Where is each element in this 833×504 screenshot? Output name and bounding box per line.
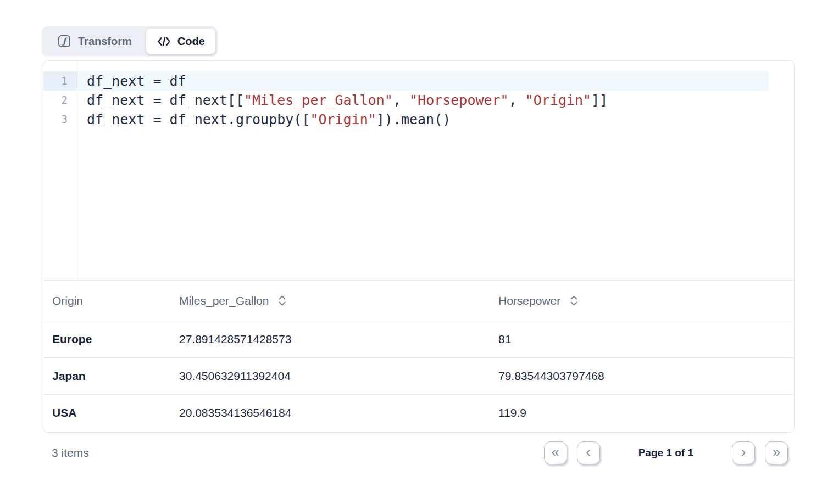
- code-line-3: df_next = df_next.groupby(["Origin"]).me…: [77, 110, 794, 129]
- line-number-gutter: 1 2 3: [43, 61, 77, 280]
- string-token: "Horsepower": [409, 92, 509, 108]
- code-line-2: df_next = df_next[["Miles_per_Gallon", "…: [77, 91, 794, 110]
- code-icon: [157, 35, 171, 48]
- line-number: 3: [43, 110, 77, 129]
- code-line-1: df_next = df: [77, 71, 769, 91]
- column-header-label: Horsepower: [498, 294, 560, 307]
- table-row: Europe 27.891428571428573 81: [43, 321, 794, 357]
- sort-icon[interactable]: [569, 294, 579, 307]
- pagination: « ‹ Page 1 of 1 › »: [544, 441, 788, 464]
- first-page-button[interactable]: «: [544, 441, 567, 464]
- string-token: "Origin": [310, 111, 376, 127]
- tab-code-label: Code: [177, 35, 205, 48]
- cell-origin: Japan: [52, 369, 179, 383]
- items-count: 3 items: [52, 446, 89, 460]
- code-editor[interactable]: 1 2 3 df_next = df df_next = df_next[["M…: [43, 61, 794, 281]
- tab-transform-label: Transform: [78, 35, 132, 48]
- code-token: df_next = df_next[[: [87, 92, 244, 108]
- chevron-left-icon: ‹: [586, 445, 591, 459]
- column-header-label: Origin: [52, 294, 83, 307]
- last-page-button[interactable]: »: [765, 441, 788, 464]
- table-footer: 3 items « ‹ Page 1 of 1 › »: [43, 440, 795, 466]
- sort-icon[interactable]: [277, 294, 287, 307]
- cell-miles-per-gallon: 30.450632911392404: [179, 369, 498, 383]
- cell-origin: Europe: [52, 333, 179, 346]
- cell-miles-per-gallon: 20.083534136546184: [179, 406, 498, 419]
- page-indicator: Page 1 of 1: [638, 447, 693, 459]
- code-token: ]]: [591, 92, 608, 108]
- column-header-miles-per-gallon[interactable]: Miles_per_Gallon: [179, 294, 498, 307]
- code-content: df_next = df df_next = df_next[["Miles_p…: [77, 61, 794, 280]
- cell-horsepower: 81: [498, 333, 794, 346]
- string-token: "Origin": [525, 92, 591, 108]
- double-chevron-left-icon: «: [551, 445, 559, 459]
- column-header-horsepower[interactable]: Horsepower: [498, 294, 794, 307]
- function-icon: ƒ: [58, 35, 70, 47]
- code-token: df_next = df: [87, 73, 186, 89]
- chevron-right-icon: ›: [741, 445, 746, 459]
- next-page-button[interactable]: ›: [732, 441, 755, 464]
- cell-horsepower: 79.83544303797468: [498, 369, 794, 383]
- column-header-origin: Origin: [52, 294, 179, 307]
- code-token: ,: [509, 92, 525, 108]
- code-token: ]).mean(): [376, 111, 451, 127]
- prev-page-button[interactable]: ‹: [577, 441, 600, 464]
- tab-transform[interactable]: ƒ Transform: [44, 29, 146, 54]
- cell-origin: USA: [52, 406, 179, 419]
- cell-horsepower: 119.9: [498, 406, 794, 419]
- table-row: USA 20.083534136546184 119.9: [43, 394, 794, 431]
- tab-code[interactable]: Code: [146, 29, 215, 54]
- editor-and-results-panel: 1 2 3 df_next = df df_next = df_next[["M…: [43, 60, 795, 433]
- cell-miles-per-gallon: 27.891428571428573: [179, 333, 498, 346]
- view-mode-tabs: ƒ Transform Code: [42, 26, 218, 56]
- line-number: 1: [43, 71, 77, 91]
- line-number: 2: [43, 91, 77, 110]
- column-header-label: Miles_per_Gallon: [179, 294, 269, 307]
- code-token: df_next = df_next.groupby([: [87, 111, 310, 127]
- table-header-row: Origin Miles_per_Gallon Horsepower: [43, 281, 794, 321]
- string-token: "Miles_per_Gallon": [244, 92, 393, 108]
- table-row: Japan 30.450632911392404 79.835443037974…: [43, 357, 794, 394]
- double-chevron-right-icon: »: [773, 445, 780, 459]
- code-token: ,: [393, 92, 409, 108]
